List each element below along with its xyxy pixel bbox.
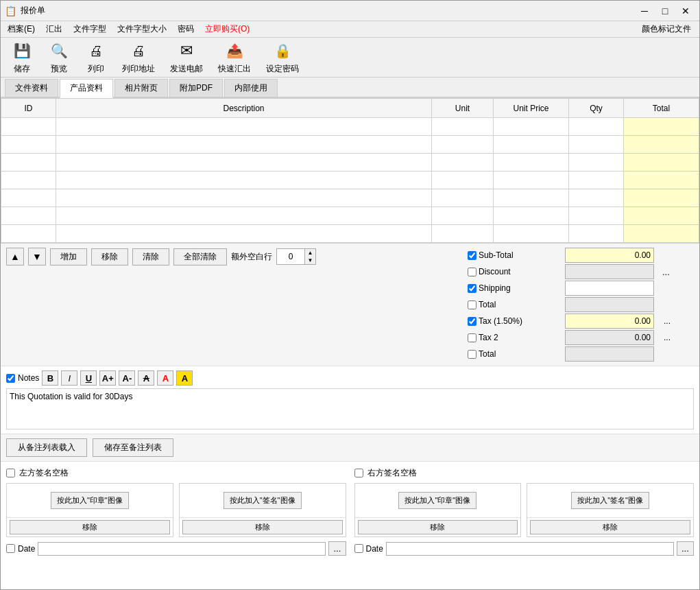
total-input[interactable] (565, 297, 654, 312)
spinner-up-button[interactable]: ▲ (304, 249, 315, 257)
row-3-col-1-input[interactable] (59, 175, 429, 186)
row-3-col-2-input[interactable] (435, 175, 490, 186)
subtotal-checkbox[interactable] (468, 251, 476, 260)
row-4-col-1-input[interactable] (59, 193, 429, 204)
left-stamp-remove-button[interactable]: 移除 (10, 520, 170, 534)
row-4-col-0-input[interactable] (4, 193, 53, 204)
grand-total-input[interactable] (565, 346, 654, 362)
save-to-list-button[interactable]: 储存至备注列表 (93, 438, 173, 457)
right-date-picker-button[interactable]: ... (677, 541, 694, 556)
row-1-col-1-input[interactable] (59, 139, 429, 150)
move-down-button[interactable]: ▼ (28, 248, 46, 266)
row-2-col-3-input[interactable] (496, 157, 566, 168)
row-0-col-1-input[interactable] (59, 121, 429, 132)
row-5-col-4-input[interactable] (572, 211, 620, 222)
left-date-checkbox[interactable] (6, 544, 15, 553)
underline-button[interactable]: U (80, 370, 97, 386)
tax1-input[interactable] (565, 314, 654, 329)
row-3-col-4-input[interactable] (572, 175, 620, 186)
extra-rows-spinner[interactable]: ▲ ▼ (276, 248, 316, 265)
row-4-col-4-input[interactable] (572, 193, 620, 204)
tab-internal-use[interactable]: 内部使用 (224, 79, 278, 97)
close-button[interactable]: ✕ (676, 3, 695, 19)
row-0-col-2-input[interactable] (435, 121, 490, 132)
menu-buy[interactable]: 立即购买(O) (201, 22, 254, 36)
row-1-col-2-input[interactable] (435, 139, 490, 150)
row-4-col-3-input[interactable] (496, 193, 566, 204)
right-sig-checkbox[interactable] (354, 469, 363, 477)
italic-button[interactable]: I (61, 370, 77, 386)
row-0-col-4-input[interactable] (572, 121, 620, 132)
row-1-col-4-input[interactable] (572, 139, 620, 150)
tab-file-info[interactable]: 文件资料 (5, 79, 58, 97)
tab-attach-pdf[interactable]: 附加PDF (169, 79, 223, 97)
menu-font[interactable]: 文件字型 (69, 22, 110, 36)
row-5-col-3-input[interactable] (496, 211, 566, 222)
tax2-checkbox[interactable] (468, 333, 476, 342)
maximize-button[interactable]: □ (655, 3, 675, 19)
menu-font-size[interactable]: 文件字型大小 (113, 22, 171, 36)
right-sign-button[interactable]: 按此加入"签名"图像 (571, 492, 649, 509)
discount-input[interactable] (565, 264, 654, 279)
total-checkbox[interactable] (468, 300, 476, 309)
subtotal-input[interactable] (565, 248, 654, 263)
row-0-col-3-input[interactable] (496, 121, 566, 132)
left-sign-remove-button[interactable]: 移除 (182, 520, 343, 534)
left-sign-button[interactable]: 按此加入"签名"图像 (224, 492, 302, 509)
clear-row-button[interactable]: 清除 (132, 248, 169, 266)
notes-checkbox[interactable] (6, 374, 15, 383)
add-row-button[interactable]: 增加 (50, 248, 87, 266)
row-2-col-1-input[interactable] (59, 157, 429, 168)
print-address-button[interactable]: 🖨 列印地址 (116, 37, 161, 78)
row-5-col-5-input[interactable] (627, 211, 696, 222)
left-stamp-button[interactable]: 按此加入"印章"图像 (51, 492, 129, 509)
save-button[interactable]: 💾 储存 (5, 37, 39, 78)
menu-password[interactable]: 密码 (173, 22, 198, 36)
shipping-input[interactable] (565, 281, 654, 296)
preview-button[interactable]: 🔍 预览 (42, 37, 76, 78)
menu-export[interactable]: 汇出 (42, 22, 67, 36)
bold-button[interactable]: B (42, 370, 58, 386)
load-from-list-button[interactable]: 从备注列表载入 (6, 438, 87, 457)
clear-all-button[interactable]: 全部清除 (173, 248, 227, 266)
row-2-col-2-input[interactable] (435, 157, 490, 168)
row-1-col-5-input[interactable] (627, 139, 696, 150)
minimize-button[interactable]: ─ (635, 3, 654, 19)
tab-product-info[interactable]: 产品资料 (60, 79, 113, 98)
font-color-red-button[interactable]: A (157, 370, 173, 386)
grand-total-checkbox[interactable] (468, 350, 476, 359)
spinner-down-button[interactable]: ▼ (304, 257, 315, 264)
left-date-input[interactable] (38, 542, 326, 556)
tax1-checkbox[interactable] (468, 317, 476, 326)
move-up-button[interactable]: ▲ (6, 248, 24, 266)
right-date-input[interactable] (386, 542, 674, 556)
right-sign-remove-button[interactable]: 移除 (530, 520, 690, 534)
tax2-input[interactable] (565, 330, 654, 345)
discount-checkbox[interactable] (468, 268, 476, 276)
right-stamp-button[interactable]: 按此加入"印章"图像 (398, 492, 476, 509)
row-2-col-0-input[interactable] (4, 157, 53, 168)
menu-file[interactable]: 档案(E) (3, 22, 39, 36)
notes-content[interactable]: This Quotation is valid for 30Days (6, 388, 694, 429)
row-3-col-0-input[interactable] (4, 175, 53, 186)
row-4-col-5-input[interactable] (627, 193, 696, 204)
print-button[interactable]: 🖨 列印 (79, 37, 113, 78)
row-6-col-2-input[interactable] (435, 228, 490, 239)
row-6-col-1-input[interactable] (59, 228, 429, 239)
row-0-col-5-input[interactable] (627, 121, 696, 132)
row-6-col-5-input[interactable] (627, 228, 696, 239)
row-1-col-3-input[interactable] (496, 139, 566, 150)
strikethrough-button[interactable]: A (138, 370, 154, 386)
left-date-picker-button[interactable]: ... (328, 541, 346, 556)
font-larger-button[interactable]: A+ (99, 370, 116, 386)
row-6-col-4-input[interactable] (572, 228, 620, 239)
row-3-col-5-input[interactable] (627, 175, 696, 186)
row-1-col-0-input[interactable] (4, 139, 53, 150)
font-highlight-yellow-button[interactable]: A (176, 370, 193, 386)
right-date-checkbox[interactable] (354, 544, 363, 553)
row-5-col-0-input[interactable] (4, 211, 53, 222)
shipping-checkbox[interactable] (468, 284, 476, 293)
row-3-col-3-input[interactable] (496, 175, 566, 186)
row-6-col-3-input[interactable] (496, 228, 566, 239)
row-0-col-0-input[interactable] (4, 121, 53, 132)
